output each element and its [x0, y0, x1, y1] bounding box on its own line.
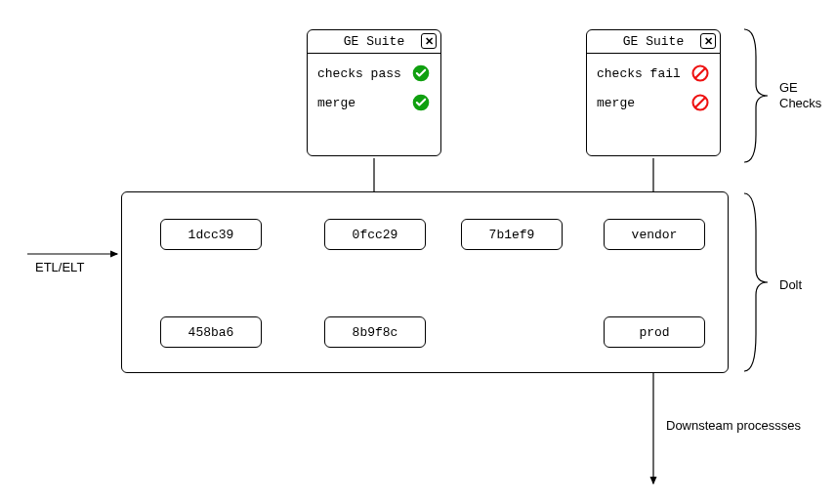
brace-ge-checks	[742, 27, 772, 164]
prohibit-icon	[690, 63, 710, 83]
ge-suite-fail-title: GE Suite	[623, 34, 684, 49]
ge-suite-fail-titlebar: GE Suite ✕	[587, 30, 720, 54]
ge-suite-pass-title: GE Suite	[344, 34, 404, 49]
svg-line-16	[695, 98, 705, 107]
branch-node-vendor: vendor	[604, 219, 705, 250]
ge-checks-label-line1: GE	[779, 80, 798, 95]
commit-label: 8b9f8c	[353, 325, 398, 340]
diagram-canvas: GE Suite ✕ checks pass merge GE Suite ✕ …	[0, 0, 836, 504]
commit-node-8b9f8c: 8b9f8c	[324, 316, 426, 348]
check-pass-icon	[411, 63, 431, 83]
branch-label: prod	[639, 325, 669, 340]
check-pass-icon	[411, 93, 431, 112]
prohibit-icon	[690, 93, 710, 112]
svg-line-14	[695, 68, 705, 78]
checks-fail-label: checks fail	[597, 66, 681, 81]
downstream-label: Downsteam processses	[666, 418, 801, 433]
commit-node-7b1ef9: 7b1ef9	[461, 219, 563, 250]
close-icon[interactable]: ✕	[700, 33, 716, 49]
ge-suite-pass-window: GE Suite ✕ checks pass merge	[307, 29, 441, 156]
ge-suite-pass-titlebar: GE Suite ✕	[308, 30, 440, 54]
commit-label: 458ba6	[188, 325, 234, 340]
commit-label: 7b1ef9	[489, 228, 535, 242]
commit-node-1dcc39: 1dcc39	[160, 219, 262, 250]
checks-pass-label: checks pass	[317, 66, 401, 81]
dolt-label: Dolt	[779, 277, 802, 292]
ge-suite-fail-window: GE Suite ✕ checks fail merge	[586, 29, 721, 156]
commit-node-458ba6: 458ba6	[160, 316, 262, 348]
etl-label: ETL/ELT	[35, 260, 84, 274]
commit-label: 1dcc39	[188, 228, 234, 242]
merge-pass-label: merge	[317, 96, 355, 110]
commit-node-0fcc29: 0fcc29	[324, 219, 426, 250]
ge-checks-label-line2: Checks	[779, 96, 821, 110]
branch-label: vendor	[632, 228, 678, 242]
brace-dolt	[742, 191, 772, 373]
close-icon[interactable]: ✕	[421, 33, 437, 49]
merge-fail-label: merge	[597, 96, 635, 110]
branch-node-prod: prod	[604, 316, 705, 348]
commit-label: 0fcc29	[353, 228, 398, 242]
